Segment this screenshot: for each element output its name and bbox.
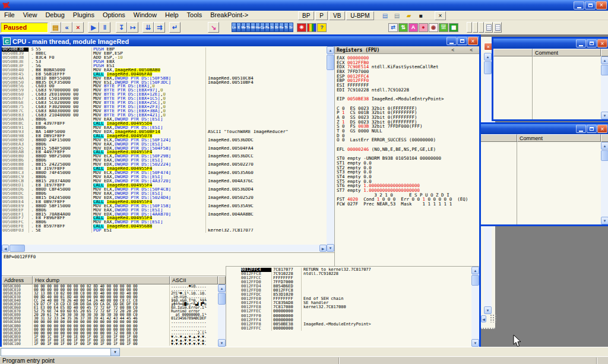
menu-breakpoint[interactable]: BreakPoint-> bbox=[206, 11, 252, 20]
toolbar-letter-sr[interactable]: Sr bbox=[289, 23, 293, 32]
disasm-row[interactable]: 0050BE40.B8 B0BA5000MOV EAX,ImageRed.005… bbox=[2, 68, 327, 72]
column-header-comment[interactable]: Comment bbox=[533, 49, 601, 56]
scroll-up-icon[interactable]: ▲ bbox=[327, 46, 334, 54]
disasm-row[interactable]: 0050BEFC.8B06MOV EAX,DWORD PTR DS:[ESI] bbox=[2, 220, 327, 224]
menu-debug[interactable]: Debug bbox=[41, 11, 68, 20]
column-header-comment[interactable]: Comment bbox=[517, 134, 601, 142]
disasm-row[interactable]: 0050BEA3.8B06MOV EAX,DWORD PTR DS:[ESI] bbox=[2, 143, 327, 147]
minimize-button[interactable] bbox=[576, 39, 586, 48]
disasm-row[interactable]: 0050BE3B.83C4 F0ADD ESP,-10 bbox=[2, 56, 327, 60]
stack-row[interactable]: 0012FFD48054B6ED bbox=[241, 284, 471, 289]
step-over-button[interactable]: ↦ bbox=[127, 22, 138, 33]
maximize-button[interactable] bbox=[587, 125, 597, 133]
dump-header-hex[interactable]: Hex dump bbox=[33, 276, 170, 284]
stack-pane[interactable]: 0012FFC47C817077RETURN to kernel32.7C817… bbox=[226, 266, 479, 346]
scroll-left-icon[interactable]: ◀ bbox=[2, 245, 9, 252]
stack-row[interactable]: 0012FFE87C817080kernel32.7C817080 bbox=[241, 305, 471, 309]
disasm-row[interactable]: 0050BE50.8B35 DCF35000MOV ESI,DWORD PTR … bbox=[2, 81, 327, 85]
scroll-down-icon[interactable]: ▼ bbox=[218, 339, 226, 347]
menu-file[interactable]: File bbox=[0, 11, 19, 20]
toolbar-letter-st[interactable]: St bbox=[270, 23, 274, 32]
updown-button[interactable]: ⇅ bbox=[398, 23, 408, 32]
restart-button[interactable]: « bbox=[61, 22, 72, 33]
disasm-row[interactable]: 0050BEA5.8B15 584F5000MOV EDX,DWORD PTR … bbox=[2, 147, 327, 151]
stack-row[interactable]: 0012FFEC00000000 bbox=[241, 309, 471, 314]
toolbar-letter-re[interactable]: Re bbox=[279, 23, 284, 32]
scroll-thumb[interactable] bbox=[601, 150, 608, 161]
sync-button[interactable]: ⇄ bbox=[388, 23, 398, 32]
open-file-button[interactable]: ▤ bbox=[50, 22, 61, 33]
minimize-button[interactable] bbox=[576, 125, 586, 133]
stack-row[interactable]: 0012FFF80050BE38ImageRed.<ModuleEntryPoi… bbox=[241, 322, 471, 327]
window-titlebar[interactable]: × bbox=[480, 124, 608, 134]
column-header-blank[interactable] bbox=[493, 49, 533, 56]
disasm-row[interactable]: 0050BEF1.8B15 70A84A00MOV EDX,DWORD PTR … bbox=[2, 213, 327, 217]
toolbar-letter-br[interactable]: Br bbox=[274, 23, 279, 32]
spiral-button[interactable]: ◉ bbox=[429, 23, 438, 32]
notes-doc-button[interactable]: ▤ bbox=[392, 11, 403, 20]
combobox-dropdown-icon[interactable]: ▼ bbox=[111, 348, 120, 356]
disasm-row[interactable]: 0050BE56.C603 00MOV BYTE PTR DS:[EBX],0 bbox=[2, 84, 327, 88]
disasm-row[interactable]: 0050BE91.8B06MOV EAX,DWORD PTR DS:[ESI] bbox=[2, 126, 327, 130]
stack-row[interactable]: 0012FFD07FFD7000 bbox=[241, 280, 471, 284]
toolbar-blank-button[interactable] bbox=[473, 22, 478, 33]
step-into-button[interactable]: ↧ bbox=[116, 22, 127, 33]
disasm-row[interactable]: 0050BEDC.8B06MOV EAX,DWORD PTR DS:[ESI] bbox=[2, 192, 327, 196]
menu-window[interactable]: Window bbox=[129, 11, 161, 20]
disasm-row[interactable]: 0050BE45.E8 56B1EFFFCALL ImageRed.00406F… bbox=[2, 72, 327, 77]
dump-scrollbar[interactable]: ▲ ▼ bbox=[218, 284, 226, 347]
scroll-thumb[interactable] bbox=[327, 55, 334, 70]
stack-row[interactable]: 0012FFC47C817077RETURN to kernel32.7C817… bbox=[241, 268, 471, 272]
toolbar-letter-ha[interactable]: Ha bbox=[255, 23, 260, 32]
window-titlebar[interactable]: × bbox=[493, 39, 608, 49]
scroll-down-icon[interactable]: ▼ bbox=[601, 112, 608, 119]
minimize-button[interactable] bbox=[446, 37, 457, 45]
toolbar-letter-wi[interactable]: Wi bbox=[251, 23, 255, 32]
command-combobox[interactable]: ▼ bbox=[1, 348, 120, 356]
disasm-row[interactable]: 0050BEB0.8B0D 98F25000MOV ECX,DWORD PTR … bbox=[2, 154, 327, 159]
stack-row[interactable]: 0012FFF000000000 bbox=[241, 314, 471, 318]
pane-chevron-icon[interactable]: < bbox=[451, 48, 454, 53]
options-button[interactable]: ✳ bbox=[297, 23, 306, 32]
disasm-row[interactable]: 0050BE39.8BECMOV EBP,ESP bbox=[2, 52, 327, 56]
list-doc-button[interactable] bbox=[493, 22, 502, 33]
disasm-row[interactable]: 0050BE8A.8B06MOV EAX,DWORD PTR DS:[ESI] bbox=[2, 118, 327, 122]
close-button[interactable]: × bbox=[596, 1, 607, 10]
scroll-down-icon[interactable]: ▼ bbox=[327, 244, 334, 252]
scroll-right-icon[interactable]: ▶ bbox=[319, 245, 327, 252]
disasm-row[interactable]: 0050BE8C.E8 4397F8FFCALL ImageRed.004955… bbox=[2, 122, 327, 126]
stack-row[interactable]: 0012FFE47C839AD8SE handler bbox=[241, 301, 471, 305]
disasm-row[interactable]: 0050BE93.BA 14BF5000MOV EDX,ImageRed.005… bbox=[2, 130, 327, 134]
close-button[interactable]: × bbox=[597, 125, 607, 133]
log-doc-button[interactable]: ▤ bbox=[380, 11, 391, 20]
pause-button[interactable]: ‖ bbox=[99, 22, 110, 33]
disasm-row[interactable]: 0050BE83.C683 21040000 00MOV BYTE PTR DS… bbox=[2, 113, 327, 118]
plugin-button-ubpm[interactable]: U-BPM bbox=[346, 11, 373, 20]
disasm-row[interactable]: 0050BE38$55PUSH EBP bbox=[2, 48, 327, 52]
disasm-row[interactable]: 0050BEF7.E8 F896F8FFCALL ImageRed.004955… bbox=[2, 216, 327, 220]
disasm-row[interactable]: 0050BEC9.8B06MOV EAX,DWORD PTR DS:[ESI] bbox=[2, 175, 327, 179]
restore-button[interactable] bbox=[585, 1, 596, 10]
pane-chevron-icon[interactable]: < bbox=[470, 48, 473, 53]
plugin-close-button[interactable]: × bbox=[435, 11, 446, 20]
stack-row[interactable]: 0012FFE0FFFFFFFFEnd of SEH chain bbox=[241, 297, 471, 301]
disasm-row[interactable]: 0050BE60.C683 2E010000 00MOV BYTE PTR DS… bbox=[2, 93, 327, 97]
disasm-row[interactable]: 0050BE3F.56PUSH ESI bbox=[2, 64, 327, 68]
cpu-titlebar[interactable]: C CPU - main thread, module ImageRed × bbox=[2, 36, 479, 46]
mru-doc-button[interactable] bbox=[484, 22, 493, 33]
disasm-row[interactable]: 0050BE9D.8B0D 24F15000MOV ECX,DWORD PTR … bbox=[2, 138, 327, 143]
disasm-row[interactable]: 0050BECB.8B15 20374A00MOV EDX,DWORD PTR … bbox=[2, 179, 327, 183]
scroll-thumb[interactable] bbox=[601, 65, 608, 75]
animate-over-button[interactable]: ⇉ bbox=[154, 22, 165, 33]
disasm-row[interactable]: 0050BEC3.8B0D 74F45000MOV ECX,DWORD PTR … bbox=[2, 171, 327, 175]
close-button[interactable]: × bbox=[597, 39, 607, 48]
resize-grip[interactable] bbox=[490, 314, 496, 322]
disasm-row[interactable]: 0050BE3E.53PUSH EBX bbox=[2, 60, 327, 64]
toolbar-letter-cp[interactable]: Cp bbox=[260, 23, 265, 32]
disasm-row[interactable]: 0050BED1.E8 1E97F8FFCALL ImageRed.004955… bbox=[2, 183, 327, 188]
dump-header-ascii[interactable]: ASCII bbox=[170, 276, 218, 284]
scroll-down-icon[interactable]: ▼ bbox=[601, 217, 608, 224]
disasm-row[interactable]: 0050BE59.C683 97000000 00MOV BYTE PTR DS… bbox=[2, 88, 327, 93]
column-header-blank[interactable] bbox=[480, 134, 517, 142]
disasm-row[interactable]: 0050BE4A.8B1D 88F55000MOV EBX,DWORD PTR … bbox=[2, 77, 327, 81]
